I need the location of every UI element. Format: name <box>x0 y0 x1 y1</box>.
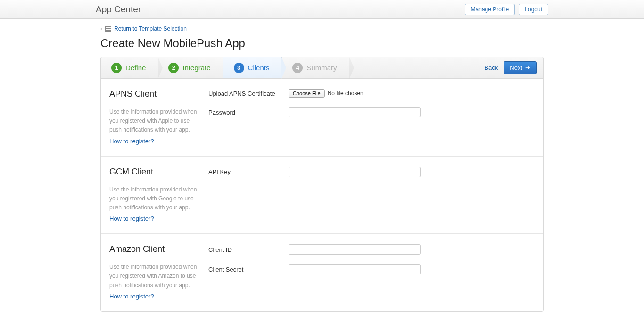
apns-how-to-register-link[interactable]: How to register? <box>109 138 154 145</box>
section-amazon: Amazon Client Use the information provid… <box>101 234 543 311</box>
upload-cert-label: Upload APNS Certificate <box>208 90 289 97</box>
step-label: Integrate <box>182 64 210 72</box>
apns-password-label: Password <box>208 109 289 116</box>
wizard-step-integrate[interactable]: 2 Integrate <box>158 57 223 78</box>
apns-password-input[interactable] <box>289 107 421 117</box>
next-button[interactable]: Next ➔ <box>504 61 537 74</box>
return-template-link[interactable]: Return to Template Selection <box>114 25 187 32</box>
choose-file-button[interactable]: Choose File <box>289 89 325 98</box>
wizard-step-clients[interactable]: 3 Clients <box>223 57 282 78</box>
chevron-left-icon: ‹ <box>100 25 102 32</box>
amazon-how-to-register-link[interactable]: How to register? <box>109 293 154 300</box>
amazon-title: Amazon Client <box>109 244 201 254</box>
page-title: Create New MobilePush App <box>100 37 544 50</box>
apns-help-text: Use the information provided when you re… <box>109 108 201 135</box>
step-label: Define <box>125 64 146 72</box>
grid-icon <box>105 26 111 32</box>
wizard-card: 1 Define 2 Integrate 3 Clients 4 Summary… <box>100 57 544 312</box>
wizard-steps: 1 Define 2 Integrate 3 Clients 4 Summary… <box>101 57 543 79</box>
amazon-client-secret-input[interactable] <box>289 264 421 274</box>
step-label: Clients <box>248 64 270 72</box>
step-number: 3 <box>234 63 244 73</box>
step-number: 2 <box>168 63 179 73</box>
gcm-title: GCM Client <box>109 167 201 177</box>
gcm-help-text: Use the information provided when you re… <box>109 185 201 213</box>
amazon-help-text: Use the information provided when you re… <box>109 263 201 290</box>
back-link[interactable]: Back <box>484 64 498 71</box>
logout-button[interactable]: Logout <box>519 4 548 15</box>
app-brand: App Center <box>96 4 141 15</box>
amazon-client-id-label: Client ID <box>208 246 289 253</box>
arrow-right-icon: ➔ <box>525 64 530 71</box>
step-label: Summary <box>306 64 337 72</box>
section-apns: APNS Client Use the information provided… <box>101 79 543 157</box>
section-gcm: GCM Client Use the information provided … <box>101 157 543 234</box>
step-number: 4 <box>292 63 303 73</box>
amazon-client-secret-label: Client Secret <box>208 266 289 273</box>
next-button-label: Next <box>510 64 522 71</box>
wizard-step-define[interactable]: 1 Define <box>101 57 158 78</box>
wizard-step-summary[interactable]: 4 Summary <box>282 57 349 78</box>
gcm-api-key-input[interactable] <box>289 167 421 177</box>
amazon-client-id-input[interactable] <box>289 244 421 255</box>
gcm-api-key-label: API Key <box>208 168 289 175</box>
breadcrumb: ‹ Return to Template Selection <box>100 25 544 32</box>
apns-title: APNS Client <box>109 89 201 99</box>
step-number: 1 <box>111 63 122 73</box>
gcm-how-to-register-link[interactable]: How to register? <box>109 215 154 222</box>
file-status: No file chosen <box>328 90 363 97</box>
topbar: App Center Manage Profile Logout <box>0 0 644 19</box>
manage-profile-button[interactable]: Manage Profile <box>465 4 515 15</box>
